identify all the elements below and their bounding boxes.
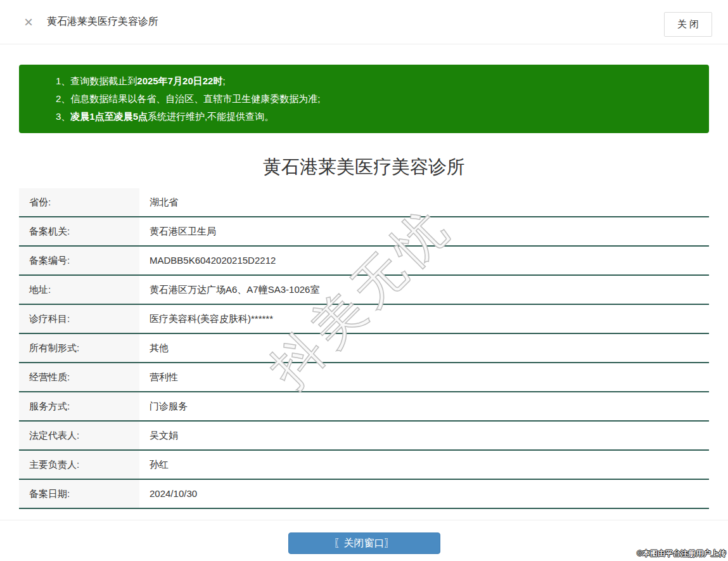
- row-label: 所有制形式:: [19, 334, 139, 362]
- row-label: 主要负责人:: [19, 451, 139, 479]
- row-value: 门诊服务: [139, 392, 709, 420]
- row-label: 服务方式:: [19, 392, 139, 420]
- notice-box: 1、查询数据截止到2025年7月20日22时; 2、信息数据结果以各省、自治区、…: [19, 65, 709, 133]
- notice-line-3-text: 3、: [56, 111, 70, 122]
- close-icon[interactable]: ×: [24, 15, 33, 30]
- notice-line-3: 3、凌晨1点至凌晨5点系统进行维护,不能提供查询。: [19, 108, 709, 126]
- header: × 黄石港莱美医疗美容诊所 关 闭: [0, 0, 728, 44]
- info-table: 省份: 湖北省 备案机关: 黄石港区卫生局 备案编号: MADBB5K60420…: [19, 188, 709, 509]
- notice-line-1-text: 1、查询数据截止到: [56, 75, 137, 86]
- page-title: 黄石港莱美医疗美容诊所: [47, 15, 158, 29]
- notice-line-1-bold: 2025年7月20日22时: [137, 75, 222, 86]
- notice-line-1-suffix: ;: [222, 75, 225, 86]
- row-value: 2024/10/30: [139, 480, 709, 508]
- row-value: 吴文娟: [139, 422, 709, 449]
- close-button[interactable]: 关 闭: [664, 12, 712, 37]
- row-label: 诊疗科目:: [19, 305, 139, 333]
- row-value: 营利性: [139, 363, 709, 391]
- row-label: 经营性质:: [19, 363, 139, 391]
- row-value: MADBB5K6042020215D2212: [139, 247, 709, 274]
- row-label: 地址:: [19, 276, 139, 304]
- row-label: 省份:: [19, 188, 139, 216]
- table-row-filing-number: 备案编号: MADBB5K6042020215D2212: [19, 247, 709, 276]
- table-row-ownership-form: 所有制形式: 其他: [19, 334, 709, 363]
- row-label: 备案日期:: [19, 480, 139, 508]
- row-value: 孙红: [139, 451, 709, 479]
- table-row-service-mode: 服务方式: 门诊服务: [19, 392, 709, 422]
- row-label: 备案机关:: [19, 217, 139, 245]
- notice-line-3-bold: 凌晨1点至凌晨5点: [70, 111, 148, 122]
- close-window-button[interactable]: 〖关闭窗口〗: [288, 532, 440, 554]
- table-row-filing-date: 备案日期: 2024/10/30: [19, 480, 709, 509]
- notice-line-2-text: 2、信息数据结果以各省、自治区、直辖市卫生健康委数据为准;: [56, 93, 321, 104]
- bottom-divider: [0, 520, 728, 520]
- row-value: 其他: [139, 334, 709, 362]
- table-row-province: 省份: 湖北省: [19, 188, 709, 217]
- copyright-watermark: ©本图由平台注册用户上传: [637, 548, 726, 559]
- table-row-address: 地址: 黄石港区万达广场A6、A7幢SA3-1026室: [19, 276, 709, 305]
- table-row-filing-authority: 备案机关: 黄石港区卫生局: [19, 217, 709, 247]
- table-row-main-person-in-charge: 主要负责人: 孙红: [19, 451, 709, 480]
- table-row-business-nature: 经营性质: 营利性: [19, 363, 709, 392]
- clinic-title: 黄石港莱美医疗美容诊所: [0, 157, 728, 177]
- notice-line-1: 1、查询数据截止到2025年7月20日22时;: [19, 72, 709, 90]
- table-row-legal-representative: 法定代表人: 吴文娟: [19, 422, 709, 451]
- row-label: 法定代表人:: [19, 422, 139, 449]
- notice-line-3-suffix: 系统进行维护,不能提供查询。: [148, 111, 274, 122]
- row-value: 黄石港区卫生局: [139, 217, 709, 245]
- row-value: 湖北省: [139, 188, 709, 216]
- row-value: 黄石港区万达广场A6、A7幢SA3-1026室: [139, 276, 709, 304]
- row-value: 医疗美容科(美容皮肤科)******: [139, 305, 709, 333]
- table-row-treatment-subjects: 诊疗科目: 医疗美容科(美容皮肤科)******: [19, 305, 709, 334]
- notice-line-2: 2、信息数据结果以各省、自治区、直辖市卫生健康委数据为准;: [19, 90, 709, 108]
- row-label: 备案编号:: [19, 247, 139, 274]
